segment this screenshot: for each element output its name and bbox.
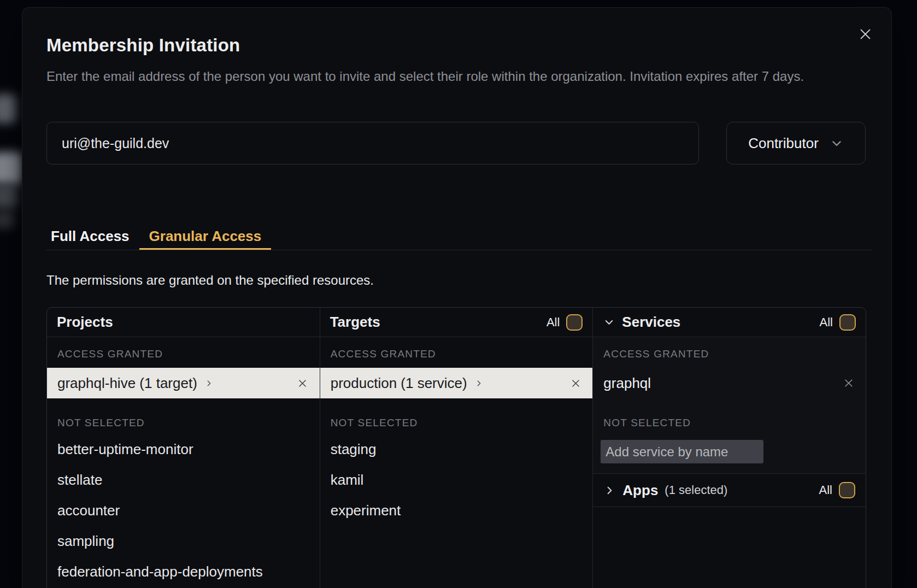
apps-all-checkbox[interactable] — [839, 482, 855, 498]
tabs-divider — [46, 250, 873, 250]
close-icon — [858, 27, 873, 42]
resources-grid: Projects ACCESS GRANTED graphql-hive (1 … — [46, 307, 866, 588]
targets-all-label: All — [546, 315, 560, 330]
access-granted-label: ACCESS GRANTED — [47, 348, 320, 361]
access-granted-label: ACCESS GRANTED — [320, 348, 593, 361]
target-option[interactable]: kamil — [320, 464, 593, 495]
targets-all-checkbox[interactable] — [566, 314, 583, 331]
chevron-right-icon — [474, 379, 484, 388]
access-granted-label: ACCESS GRANTED — [593, 348, 866, 361]
target-option[interactable]: staging — [320, 434, 593, 464]
chevron-right-icon — [603, 484, 616, 497]
close-button[interactable] — [856, 25, 874, 43]
apps-title: Apps — [622, 482, 658, 499]
target-option[interactable]: experiment — [320, 495, 593, 526]
role-select-value: Contributor — [748, 135, 819, 152]
x-icon — [297, 378, 308, 389]
tab-granular-access[interactable]: Granular Access — [139, 224, 272, 250]
services-column: Services All ACCESS GRANTED graphql NOT … — [592, 308, 866, 588]
projects-column: Projects ACCESS GRANTED graphql-hive (1 … — [47, 308, 320, 588]
not-selected-label: NOT SELECTED — [593, 416, 866, 430]
selected-project-row[interactable]: graphql-hive (1 target) — [47, 368, 320, 398]
add-service-input[interactable] — [601, 440, 763, 463]
chevron-right-icon — [204, 379, 214, 388]
invite-email-input[interactable] — [46, 122, 699, 164]
permissions-note: The permissions are granted on the speci… — [46, 273, 374, 288]
apps-section-header[interactable]: Apps (1 selected) All — [593, 474, 866, 507]
membership-invitation-modal: Membership Invitation Enter the email ad… — [22, 7, 892, 588]
targets-column: Targets All ACCESS GRANTED production (1… — [320, 308, 593, 588]
tab-full-access[interactable]: Full Access — [41, 224, 139, 250]
projects-header: Projects — [47, 308, 320, 337]
selected-service-row[interactable]: graphql — [593, 368, 866, 398]
targets-body: ACCESS GRANTED production (1 service) NO… — [320, 337, 593, 526]
modal-description: Enter the email address of the person yo… — [46, 65, 873, 88]
projects-body: ACCESS GRANTED graphql-hive (1 target) N… — [47, 337, 320, 587]
project-option[interactable]: stellate — [47, 464, 320, 495]
apps-count: (1 selected) — [665, 483, 727, 497]
remove-service-button[interactable] — [842, 377, 855, 390]
backdrop-blur-shape — [0, 184, 17, 209]
project-option[interactable]: federation-and-app-deployments — [47, 556, 320, 587]
services-all-checkbox[interactable] — [839, 314, 856, 331]
services-body: ACCESS GRANTED graphql NOT SELECTED — [593, 337, 866, 474]
services-header[interactable]: Services All — [593, 308, 866, 337]
targets-header: Targets All — [320, 308, 593, 337]
remove-target-button[interactable] — [569, 377, 582, 390]
chevron-down-icon — [603, 316, 615, 328]
not-selected-label: NOT SELECTED — [320, 416, 593, 430]
role-select[interactable]: Contributor — [726, 122, 866, 164]
remove-project-button[interactable] — [296, 377, 309, 390]
project-option[interactable]: accounter — [47, 495, 320, 526]
selected-target-row[interactable]: production (1 service) — [320, 368, 593, 398]
services-title: Services — [622, 314, 680, 331]
selected-project-label: graphql-hive (1 target) — [57, 375, 197, 392]
page-background: { "modal": { "title": "Membership Invita… — [0, 0, 917, 588]
modal-title: Membership Invitation — [46, 35, 240, 56]
backdrop-blur-shape — [0, 152, 22, 185]
project-option[interactable]: sampling — [47, 526, 320, 556]
services-all-label: All — [820, 315, 833, 330]
x-icon — [571, 378, 581, 389]
targets-title: Targets — [330, 314, 380, 331]
backdrop-blur-shape — [0, 94, 16, 124]
x-icon — [843, 378, 854, 389]
projects-title: Projects — [57, 314, 113, 331]
access-tabs: Full Access Granular Access — [41, 224, 271, 250]
selected-service-label: graphql — [603, 375, 651, 392]
backdrop-blur-shape — [0, 211, 14, 228]
not-selected-label: NOT SELECTED — [47, 416, 320, 430]
selected-target-label: production (1 service) — [331, 375, 467, 392]
apps-all-label: All — [819, 483, 832, 497]
chevron-down-icon — [830, 136, 844, 150]
project-option[interactable]: better-uptime-monitor — [47, 434, 320, 464]
